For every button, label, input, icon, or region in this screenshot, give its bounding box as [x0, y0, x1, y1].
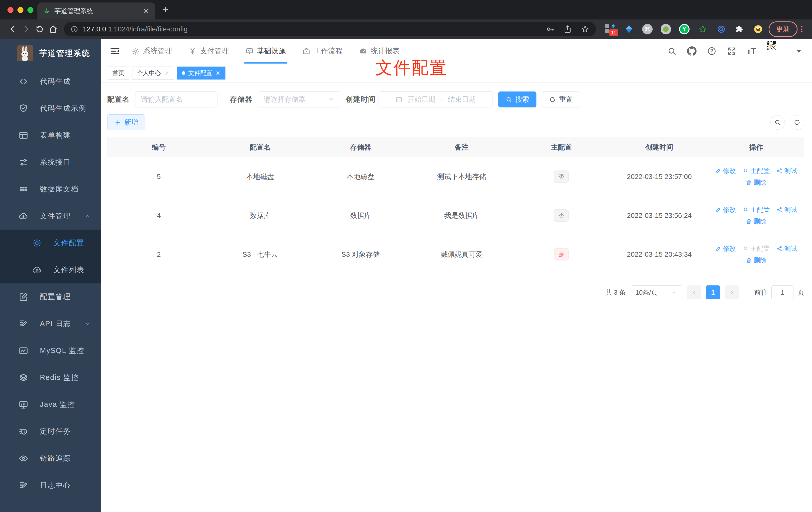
extension-dot-icon[interactable] — [660, 24, 671, 35]
date-range-picker[interactable]: 开始日期 - 结束日期 — [379, 91, 493, 108]
tab-close-icon[interactable] — [142, 7, 150, 15]
test-link[interactable]: 测试 — [776, 167, 797, 175]
nav-system-manage[interactable]: 系统管理 — [132, 39, 172, 64]
test-link[interactable]: 测试 — [776, 205, 797, 214]
goto-page-input[interactable] — [771, 285, 794, 299]
github-icon[interactable] — [687, 47, 697, 56]
master-link[interactable]: 主配置 — [743, 167, 770, 175]
help-icon[interactable] — [707, 47, 717, 56]
share-icon[interactable] — [563, 25, 572, 34]
name-label: 配置名 — [107, 94, 130, 104]
sidebar-item-db-doc[interactable]: 数据库文档 — [0, 176, 101, 203]
bookmark-star-icon[interactable] — [581, 25, 589, 34]
sidebar-item-scheduled-task[interactable]: 定时任务 — [0, 418, 101, 445]
search-icon — [774, 119, 781, 126]
user-caret-down-icon[interactable] — [794, 47, 804, 56]
sidebar-item-api-log[interactable]: API 日志 — [0, 310, 101, 337]
home-button[interactable] — [47, 23, 60, 36]
sidebar-item-log-center[interactable]: 日志中心 — [0, 472, 101, 499]
refresh-table-button[interactable] — [790, 115, 804, 130]
delete-link[interactable]: 删除 — [746, 256, 766, 265]
delete-link[interactable]: 删除 — [746, 178, 766, 187]
close-window-button[interactable] — [7, 7, 13, 13]
search-button[interactable]: 搜索 — [498, 91, 536, 108]
prev-page-button[interactable] — [687, 285, 701, 299]
tag-file-config[interactable]: 文件配置 — [177, 66, 226, 80]
sidebar-item-tracing[interactable]: 链路追踪 — [0, 445, 101, 472]
browser-update-button[interactable]: 更新 — [768, 22, 798, 37]
site-info-icon[interactable] — [70, 25, 78, 33]
chevron-down-icon — [671, 290, 677, 295]
sidebar-item-system-api[interactable]: 系统接口 — [0, 149, 101, 176]
share-icon — [776, 207, 783, 213]
edit-link[interactable]: 修改 — [715, 205, 736, 214]
extension-emoji-icon[interactable] — [753, 24, 764, 35]
extension-spiral-icon[interactable] — [716, 24, 727, 35]
sidebar-item-file-list[interactable]: 文件列表 — [0, 257, 101, 283]
fullscreen-icon[interactable] — [727, 47, 736, 56]
extension-puzzle-icon[interactable] — [734, 24, 745, 35]
page-number-button[interactable]: 1 — [706, 285, 720, 299]
sidebar-item-config-manage[interactable]: 配置管理 — [0, 283, 101, 310]
close-icon[interactable] — [215, 70, 221, 76]
magnet-icon — [743, 168, 749, 174]
add-button[interactable]: 新增 — [107, 114, 145, 130]
window-controls[interactable] — [7, 7, 33, 13]
reload-button[interactable] — [33, 23, 47, 36]
nav-infrastructure[interactable]: 基础设施 — [245, 39, 286, 64]
tag-home[interactable]: 首页 — [108, 66, 129, 80]
new-tab-button[interactable]: + — [158, 3, 173, 17]
extension-y-icon[interactable]: Y — [679, 24, 690, 35]
password-key-icon[interactable] — [546, 25, 555, 34]
chevron-down-icon — [327, 96, 335, 103]
test-link[interactable]: 测试 — [776, 244, 797, 253]
reset-button[interactable]: 重置 — [542, 91, 580, 108]
sidebar-item-redis-monitor[interactable]: Redis 监控 — [0, 364, 101, 391]
close-icon[interactable] — [164, 70, 169, 76]
edit-link[interactable]: 修改 — [715, 244, 736, 253]
tag-profile[interactable]: 个人中心 — [132, 66, 174, 80]
table-row: 2 S3 - 七牛云 S3 对象存储 戴佩妮真可爱 是 2022-03-15 2… — [107, 235, 804, 274]
sidebar-item-java-monitor[interactable]: Java 监控 — [0, 391, 101, 418]
sidebar-item-mysql-monitor[interactable]: MySQL 监控 — [0, 337, 101, 364]
sidebar-item-form-builder[interactable]: 表单构建 — [0, 122, 101, 149]
address-bar[interactable]: 127.0.0.1:1024/infra/file/file-config — [64, 22, 596, 36]
sidebar-item-file-config[interactable]: 文件配置 — [0, 230, 101, 257]
page-size-select[interactable]: 10条/页 — [631, 285, 682, 299]
extension-star-icon[interactable] — [697, 24, 708, 35]
user-avatar-qr[interactable] — [766, 41, 787, 61]
zoom-window-button[interactable] — [27, 7, 33, 13]
sidebar-item-code-demo[interactable]: 代码生成示例 — [0, 95, 101, 122]
date-start[interactable]: 开始日期 — [407, 95, 435, 104]
storage-select[interactable]: 请选择存储器 — [258, 91, 340, 108]
date-end[interactable]: 结束日期 — [448, 95, 476, 104]
url-text[interactable]: 127.0.0.1:1024/infra/file/file-config — [83, 25, 187, 33]
magnet-icon — [743, 207, 749, 213]
sidebar: 芋道管理系统 代码生成 代码生成示例 表单构建 系统接口 数据库文档 文件管理 … — [0, 39, 101, 512]
font-size-icon[interactable]: тT — [747, 47, 756, 56]
search-icon — [505, 96, 512, 103]
back-button[interactable] — [6, 23, 20, 36]
toggle-search-button[interactable] — [770, 115, 785, 130]
sidebar-collapse-icon[interactable] — [109, 46, 121, 57]
extension-kite-icon[interactable] — [624, 24, 634, 35]
minimize-window-button[interactable] — [18, 7, 24, 13]
browser-tab[interactable]: 芋道管理系统 — [37, 2, 155, 20]
name-input[interactable] — [141, 95, 212, 103]
nav-workflow[interactable]: 工作流程 — [302, 39, 343, 64]
sidebar-item-file-manage[interactable]: 文件管理 — [0, 203, 101, 230]
forward-button[interactable] — [20, 23, 33, 36]
master-tag-no: 否 — [554, 171, 569, 183]
browser-menu-icon[interactable] — [798, 24, 806, 35]
next-page-button[interactable] — [725, 285, 739, 299]
master-link[interactable]: 主配置 — [743, 205, 770, 214]
chevron-right-icon — [729, 290, 735, 295]
sidebar-item-code-gen[interactable]: 代码生成 — [0, 68, 101, 95]
edit-link[interactable]: 修改 — [715, 167, 736, 175]
nav-pay-manage[interactable]: 支付管理 — [188, 39, 229, 64]
tags-view: 首页 个人中心 文件配置 — [101, 64, 812, 83]
extension-blocks-icon[interactable]: 11 — [605, 24, 616, 35]
extension-command-icon[interactable] — [642, 24, 653, 35]
delete-link[interactable]: 删除 — [746, 217, 766, 226]
header-search-icon[interactable] — [667, 47, 676, 56]
